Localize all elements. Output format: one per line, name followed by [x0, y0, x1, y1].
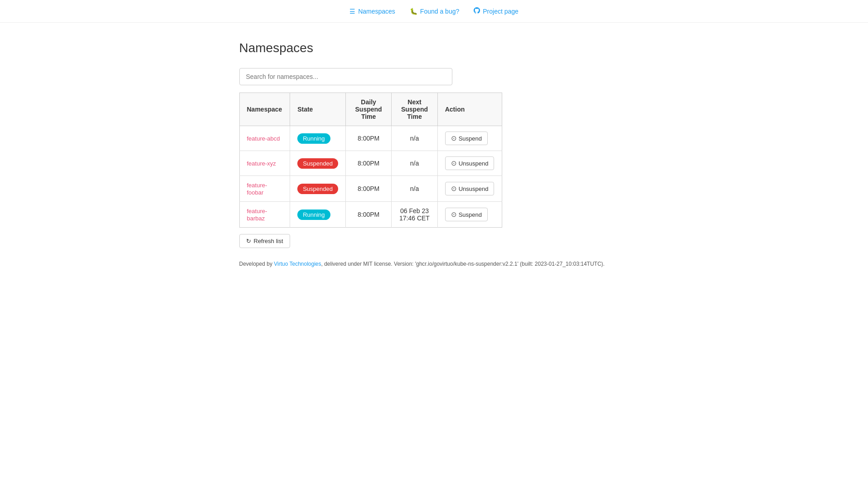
- namespaces-table: NamespaceStateDaily Suspend TimeNext Sus…: [239, 93, 502, 228]
- unsuspend-icon-2: ⊙: [451, 185, 457, 193]
- daily-suspend-time-3: 8:00PM: [345, 202, 391, 228]
- state-cell-2: Suspended: [290, 176, 346, 202]
- footer-suffix: , delivered under MIT license. Version: …: [321, 261, 605, 267]
- refresh-label: Refresh list: [254, 238, 283, 244]
- table-row: feature-foobarSuspended8:00PMn/a⊙Unsuspe…: [239, 176, 502, 202]
- namespace-cell-2: feature-foobar: [239, 176, 290, 202]
- unsuspend-button-2[interactable]: ⊙Unsuspend: [445, 182, 495, 195]
- main-container: Namespaces NamespaceStateDaily Suspend T…: [230, 23, 638, 285]
- nav-icon-1: 🐛: [410, 8, 417, 15]
- action-cell-3: ⊙Suspend: [437, 202, 502, 228]
- suspend-label-0: Suspend: [459, 135, 482, 142]
- daily-suspend-time-1: 8:00PM: [345, 151, 391, 176]
- unsuspend-label-1: Unsuspend: [459, 160, 489, 167]
- table-row: feature-xyzSuspended8:00PMn/a⊙Unsuspend: [239, 151, 502, 176]
- col-header-namespace: Namespace: [239, 93, 290, 126]
- nav-icon-0: ☰: [349, 8, 355, 15]
- daily-suspend-time-2: 8:00PM: [345, 176, 391, 202]
- nav-label-0: Namespaces: [358, 8, 395, 15]
- nav-label-1: Found a bug?: [420, 8, 459, 15]
- col-header-state: State: [290, 93, 346, 126]
- refresh-icon: ↻: [246, 238, 251, 244]
- nav-item-1[interactable]: 🐛Found a bug?: [410, 8, 459, 15]
- suspend-label-3: Suspend: [459, 211, 482, 218]
- action-cell-1: ⊙Unsuspend: [437, 151, 502, 176]
- namespace-link-2[interactable]: feature-foobar: [247, 182, 267, 196]
- col-header-daily-suspend-time: Daily Suspend Time: [345, 93, 391, 126]
- action-cell-0: ⊙Suspend: [437, 126, 502, 151]
- unsuspend-label-2: Unsuspend: [459, 185, 489, 192]
- daily-suspend-time-0: 8:00PM: [345, 126, 391, 151]
- table-header-row: NamespaceStateDaily Suspend TimeNext Sus…: [239, 93, 502, 126]
- col-header-action: Action: [437, 93, 502, 126]
- search-input[interactable]: [239, 68, 452, 85]
- nav-item-0[interactable]: ☰Namespaces: [349, 8, 395, 15]
- unsuspend-icon-1: ⊙: [451, 159, 457, 167]
- footer-prefix: Developed by: [239, 261, 274, 267]
- suspend-button-0[interactable]: ⊙Suspend: [445, 132, 488, 145]
- table-row: feature-abcdRunning8:00PMn/a⊙Suspend: [239, 126, 502, 151]
- namespace-cell-1: feature-xyz: [239, 151, 290, 176]
- footer-company-link[interactable]: Virtuo Technologies: [274, 261, 321, 267]
- next-suspend-time-2: n/a: [392, 176, 437, 202]
- nav-item-2[interactable]: Project page: [474, 7, 519, 15]
- suspend-button-3[interactable]: ⊙Suspend: [445, 208, 488, 221]
- state-cell-3: Running: [290, 202, 346, 228]
- table-header: NamespaceStateDaily Suspend TimeNext Sus…: [239, 93, 502, 126]
- table-body: feature-abcdRunning8:00PMn/a⊙Suspendfeat…: [239, 126, 502, 228]
- next-suspend-time-0: n/a: [392, 126, 437, 151]
- state-cell-0: Running: [290, 126, 346, 151]
- state-badge-3: Running: [297, 210, 330, 220]
- refresh-button[interactable]: ↻ Refresh list: [239, 234, 290, 248]
- namespace-link-3[interactable]: feature-barbaz: [247, 208, 267, 222]
- footer: Developed by Virtuo Technologies, delive…: [239, 261, 629, 267]
- nav-icon-2: [474, 7, 480, 15]
- action-cell-2: ⊙Unsuspend: [437, 176, 502, 202]
- namespace-cell-3: feature-barbaz: [239, 202, 290, 228]
- suspend-icon-3: ⊙: [451, 210, 457, 219]
- next-suspend-time-1: n/a: [392, 151, 437, 176]
- suspend-icon-0: ⊙: [451, 134, 457, 142]
- main-nav: ☰Namespaces🐛Found a bug?Project page: [0, 0, 868, 23]
- table-row: feature-barbazRunning8:00PM06 Feb 23 17:…: [239, 202, 502, 228]
- state-badge-0: Running: [297, 133, 330, 144]
- col-header-next-suspend-time: Next Suspend Time: [392, 93, 437, 126]
- state-badge-1: Suspended: [297, 158, 338, 169]
- state-cell-1: Suspended: [290, 151, 346, 176]
- state-badge-2: Suspended: [297, 184, 338, 194]
- unsuspend-button-1[interactable]: ⊙Unsuspend: [445, 156, 495, 170]
- namespace-cell-0: feature-abcd: [239, 126, 290, 151]
- page-title: Namespaces: [239, 41, 629, 55]
- namespace-link-1[interactable]: feature-xyz: [247, 160, 276, 167]
- namespace-link-0[interactable]: feature-abcd: [247, 135, 280, 142]
- next-suspend-time-3: 06 Feb 23 17:46 CET: [392, 202, 437, 228]
- nav-label-2: Project page: [483, 8, 519, 15]
